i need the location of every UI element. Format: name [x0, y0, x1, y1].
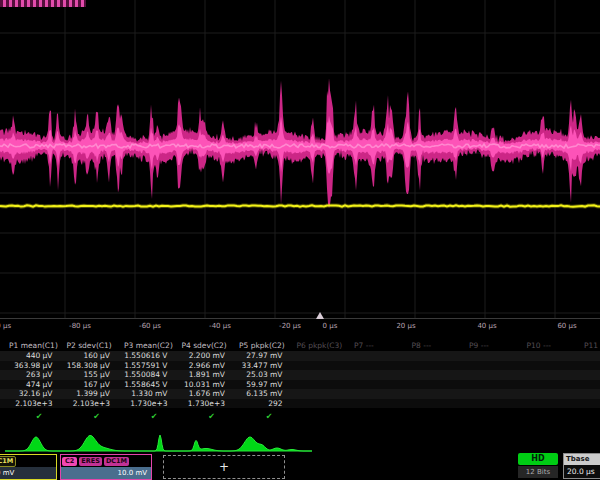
- timebase-descriptor[interactable]: Tbase 20.0 µs: [563, 453, 600, 479]
- measurement-row: 474 µV167 µV1.558645 V10.031 mV59.97 mV: [0, 380, 600, 390]
- hd-badge: HD: [518, 453, 558, 465]
- measurement-value: 2.103e+3: [58, 399, 116, 409]
- time-axis-label: -100 µs: [0, 322, 11, 330]
- measurement-value: 1.557591 V: [115, 361, 173, 371]
- measurement-header-P11[interactable]: P11: [575, 340, 600, 351]
- measurement-row: 263 µV155 µV1.550084 V1.891 mV25.03 mV: [0, 370, 600, 380]
- time-axis-label: -60 µs: [139, 322, 161, 330]
- measurement-row: 363.98 µV158.308 µV1.557591 V2.966 mV33.…: [0, 361, 600, 371]
- measurement-header-P9[interactable]: P9 ---: [460, 340, 518, 351]
- c2-scale-value: 10.0 mV: [61, 467, 151, 479]
- c1-scale-value: 0 mV: [0, 467, 56, 479]
- measurement-value: 363.98 µV: [0, 361, 58, 371]
- measurement-value: 263 µV: [0, 370, 58, 380]
- timebase-value: 20.0 µs: [564, 465, 600, 478]
- status-check-icon: ✔: [58, 411, 116, 423]
- measurement-header-P4[interactable]: P4 sdev(C2): [173, 340, 231, 351]
- clipped-trace-label: [0, 0, 86, 7]
- c2-coupling-tag: DC1M: [104, 457, 129, 466]
- measurement-value: 25.03 mV: [230, 370, 288, 380]
- histicon-canvas: [0, 430, 600, 454]
- measurement-header-P2[interactable]: P2 sdev(C1): [58, 340, 116, 351]
- measurement-header-P10[interactable]: P10 ---: [518, 340, 576, 351]
- measurement-value: 2.966 mV: [173, 361, 231, 371]
- time-axis-label: 40 µs: [477, 322, 496, 330]
- waveform-display[interactable]: [0, 0, 600, 318]
- measurement-header-P8[interactable]: P8 ---: [403, 340, 461, 351]
- measurement-value: 1.330 mV: [115, 389, 173, 399]
- measurement-value: 6.135 mV: [230, 389, 288, 399]
- time-axis-label: -80 µs: [69, 322, 91, 330]
- add-trace-button[interactable]: +: [163, 455, 285, 479]
- measurement-value: 160 µV: [58, 351, 116, 361]
- oscilloscope-screen: -100 µs-80 µs-60 µs-40 µs-20 µs0 µs20 µs…: [0, 0, 600, 480]
- time-axis-label: 20 µs: [396, 322, 415, 330]
- status-check-icon: ✔: [115, 411, 173, 423]
- time-axis-label: 60 µs: [557, 322, 576, 330]
- status-check-icon: ✔: [230, 411, 288, 423]
- measurement-value: 292: [230, 399, 288, 409]
- measurement-value: 1.730e+3: [115, 399, 173, 409]
- plus-icon: +: [219, 460, 229, 474]
- status-check-icon: ✔: [173, 411, 231, 423]
- measurement-header-P5[interactable]: P5 pkpk(C2): [230, 340, 288, 351]
- status-check-icon: ✔: [0, 411, 58, 423]
- measurement-value: 1.550084 V: [115, 370, 173, 380]
- measurement-value: 155 µV: [58, 370, 116, 380]
- measurement-value: 59.97 mV: [230, 380, 288, 390]
- waveform-canvas: [0, 0, 600, 318]
- measurement-value: 2.103e+3: [0, 399, 58, 409]
- channel-c2-descriptor[interactable]: C2 ERES DC1M 10.0 mV: [60, 454, 152, 480]
- channel-c1-descriptor[interactable]: DC1M 0 mV: [0, 454, 57, 480]
- measurement-value: 1.550616 V: [115, 351, 173, 361]
- trigger-position-marker[interactable]: [316, 312, 324, 319]
- measurement-value: 1.891 mV: [173, 370, 231, 380]
- time-axis-label: -20 µs: [279, 322, 301, 330]
- measurement-value: 1.558645 V: [115, 380, 173, 390]
- measurement-value: 27.97 mV: [230, 351, 288, 361]
- measurement-value: 440 µV: [0, 351, 58, 361]
- c1-coupling-tag: DC1M: [0, 456, 16, 467]
- acquisition-mode[interactable]: HD 12 Bits: [518, 453, 558, 478]
- measurement-header-P6[interactable]: P6 pkpk(C3): [288, 340, 346, 351]
- bit-depth-label: 12 Bits: [518, 466, 558, 478]
- measurement-header-P7[interactable]: P7 ---: [345, 340, 403, 351]
- measurement-value: 474 µV: [0, 380, 58, 390]
- measurement-value: 158.308 µV: [58, 361, 116, 371]
- c2-eres-tag: ERES: [79, 457, 102, 466]
- measurement-value: 167 µV: [58, 380, 116, 390]
- c2-badge: C2: [62, 457, 77, 466]
- measurement-value: 10.031 mV: [173, 380, 231, 390]
- measurement-value: 33.477 mV: [230, 361, 288, 371]
- measurement-row: 2.103e+32.103e+31.730e+31.730e+3292: [0, 399, 600, 409]
- measurement-value: 1.399 µV: [58, 389, 116, 399]
- measurement-row: 32.16 µV1.399 µV1.330 mV1.676 mV6.135 mV: [0, 389, 600, 399]
- time-axis-label: -40 µs: [209, 322, 231, 330]
- measurement-header-P1[interactable]: P1 mean(C1): [0, 340, 58, 351]
- measurement-table: P1 mean(C1)P2 sdev(C1)P3 mean(C2)P4 sdev…: [0, 340, 600, 423]
- measurement-value: 1.730e+3: [173, 399, 231, 409]
- measurement-value: 1.676 mV: [173, 389, 231, 399]
- timebase-label: Tbase: [564, 454, 600, 465]
- time-axis: -100 µs-80 µs-60 µs-40 µs-20 µs0 µs20 µs…: [0, 318, 600, 337]
- time-axis-label: 0 µs: [323, 322, 338, 330]
- measure-histicon-strip: [0, 430, 600, 454]
- measurement-header-P3[interactable]: P3 mean(C2): [115, 340, 173, 351]
- measurement-value: 32.16 µV: [0, 389, 58, 399]
- measurement-row: 440 µV160 µV1.550616 V2.200 mV27.97 mV: [0, 351, 600, 361]
- descriptor-bar: DC1M 0 mV C2 ERES DC1M 10.0 mV + HD 12 B…: [0, 452, 600, 480]
- measurement-value: 2.200 mV: [173, 351, 231, 361]
